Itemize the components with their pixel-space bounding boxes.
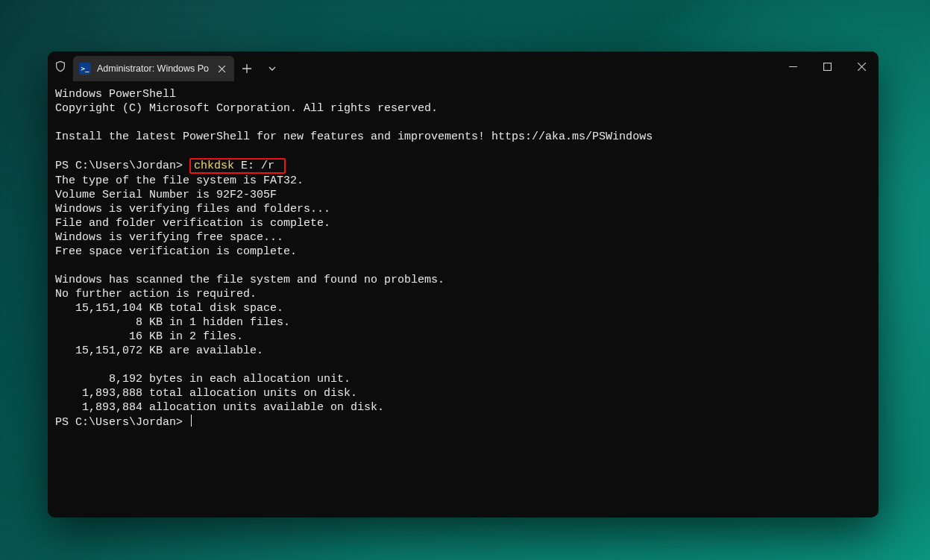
output-line: 16 KB in 2 files.: [55, 330, 243, 343]
output-line: 8,192 bytes in each allocation unit.: [55, 373, 351, 386]
output-line: 1,893,884 allocation units available on …: [55, 401, 384, 414]
terminal-body[interactable]: Windows PowerShell Copyright (C) Microso…: [48, 81, 879, 517]
output-line: Windows is verifying files and folders..…: [55, 203, 330, 215]
output-line: 1,893,888 total allocation units on disk…: [55, 387, 357, 400]
minimize-button[interactable]: [776, 51, 810, 81]
ps-header-2: Copyright (C) Microsoft Corporation. All…: [55, 102, 438, 115]
close-button[interactable]: [844, 51, 879, 81]
prompt-2: PS C:\Users\Jordan>: [55, 416, 189, 429]
ps-header-1: Windows PowerShell: [55, 88, 176, 101]
output-line: Volume Serial Number is 92F2-305F: [55, 189, 277, 201]
tab-close-button[interactable]: [215, 62, 228, 75]
output-line: File and folder verification is complete…: [55, 217, 330, 230]
terminal-window: >_ Administrator: Windows Powe: [48, 51, 879, 517]
tab-powershell[interactable]: >_ Administrator: Windows Powe: [73, 56, 234, 81]
output-line: 8 KB in 1 hidden files.: [55, 316, 290, 329]
maximize-button[interactable]: [810, 51, 844, 81]
output-line: Windows is verifying free space...: [55, 231, 283, 244]
cmd-args: E: /r: [234, 160, 281, 172]
output-line: 15,151,104 KB total disk space.: [55, 302, 283, 315]
cmd-name: chkdsk: [194, 160, 234, 172]
admin-shield-icon: [48, 60, 73, 72]
highlighted-command: chkdsk E: /r: [189, 158, 286, 174]
output-line: The type of the file system is FAT32.: [55, 174, 304, 187]
output-line: Free space verification is complete.: [55, 245, 297, 258]
window-controls: [776, 51, 879, 81]
ps-install-msg: Install the latest PowerShell for new fe…: [55, 130, 653, 143]
output-line: 15,151,072 KB are available.: [55, 345, 263, 357]
prompt-1: PS C:\Users\Jordan>: [55, 160, 189, 172]
tab-dropdown-button[interactable]: [260, 56, 285, 81]
tab-title: Administrator: Windows Powe: [97, 63, 209, 74]
titlebar: >_ Administrator: Windows Powe: [48, 51, 879, 81]
output-line: Windows has scanned the file system and …: [55, 274, 444, 286]
svg-rect-5: [823, 63, 831, 70]
cursor: [191, 415, 192, 427]
new-tab-button[interactable]: [234, 56, 260, 81]
powershell-icon: >_: [79, 63, 91, 75]
titlebar-drag-area[interactable]: [285, 51, 776, 81]
output-line: No further action is required.: [55, 288, 257, 301]
titlebar-left: >_ Administrator: Windows Powe: [48, 51, 285, 81]
